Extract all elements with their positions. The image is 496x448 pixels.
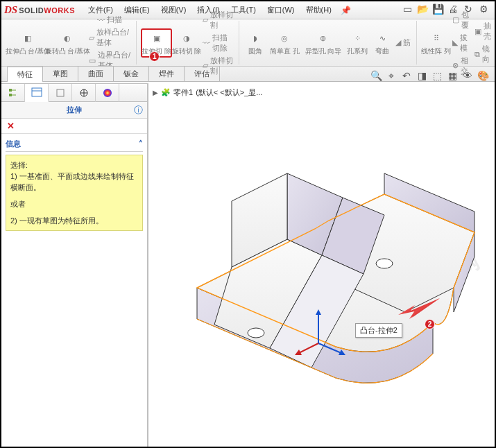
pm-close-icon[interactable]: ✕: [7, 121, 15, 131]
svg-rect-2: [32, 88, 42, 96]
breadcrumb-state: (默认< <默认>_显...: [196, 87, 262, 98]
cmd-loft-cut-1[interactable]: ▱放样切割: [201, 9, 234, 31]
chevron-up-icon: ˄: [139, 139, 143, 148]
lp-tab-configuration[interactable]: [49, 84, 72, 102]
breadcrumb-part-name: 零件1: [173, 87, 193, 98]
ribbon-group-features: ◗圆角 ◎简单直 孔 ⊚异型孔 向导 ⁘孔系列 ∿弯曲 ◢筋: [239, 21, 418, 64]
ribbon-group-pattern: ⠿线性阵 列 ▢包覆 ◣拔模 ⊗相交 ▣抽壳 ⧉镜向: [417, 21, 496, 64]
cmd-sweep-boss[interactable]: 〰扫描: [87, 14, 132, 26]
svg-point-5: [103, 89, 112, 97]
cmd-extrude-boss[interactable]: ◧拉伸凸 台/基体: [8, 30, 48, 56]
svg-point-6: [248, 328, 264, 338]
left-tabstrip: [1, 84, 147, 102]
lp-tab-feature-tree[interactable]: [1, 84, 25, 102]
tab-sheetmetal[interactable]: 钣金: [113, 66, 149, 81]
lp-tab-appearance[interactable]: [96, 84, 119, 102]
callout-badge-2: 2: [425, 319, 435, 329]
view-display-style-icon[interactable]: ▦: [446, 69, 459, 82]
qat-print-icon[interactable]: 🖨: [447, 3, 459, 15]
tab-weldment[interactable]: 焊件: [148, 66, 185, 81]
cmd-rib[interactable]: ◢筋: [394, 37, 412, 49]
svg-rect-3: [57, 89, 64, 96]
qat-options-icon[interactable]: ⚙: [478, 3, 489, 15]
callout-badge-1: 1: [149, 51, 160, 62]
menu-help[interactable]: 帮助(H): [301, 3, 336, 17]
cmd-shell[interactable]: ▣抽壳: [473, 20, 495, 42]
property-manager-panel: 拉伸 ⓘ ✕ 信息 ˄ 选择: 1) 一基准面、平面或边线来绘制特征横断面。 或…: [1, 83, 148, 447]
menu-window[interactable]: 窗口(W): [262, 3, 300, 17]
cmd-mirror[interactable]: ⧉镜向: [473, 43, 495, 65]
cmd-draft[interactable]: ◣拔模: [451, 32, 473, 54]
tab-features[interactable]: 特征: [7, 67, 43, 82]
pm-info-box: 选择: 1) 一基准面、平面或边线来绘制特征横断面。 或者 2) 一现有草图为特…: [6, 155, 143, 231]
logo-ds-icon: DS: [4, 4, 17, 16]
view-appearance-icon[interactable]: 🎨: [477, 69, 489, 82]
quick-access-toolbar: ▭ 📂 💾 🖨 ↻ ⚙: [402, 3, 489, 15]
cmd-linear-pattern[interactable]: ⠿线性阵 列: [421, 30, 451, 56]
qat-rebuild-icon[interactable]: ↻: [463, 3, 474, 15]
svg-rect-0: [9, 89, 12, 92]
svg-point-7: [376, 259, 393, 268]
cmd-revolve-boss[interactable]: ◐旋转凸 台/基体: [48, 30, 87, 56]
callout-arrow-2: [398, 298, 440, 318]
lp-tab-property-manager[interactable]: [25, 84, 49, 102]
view-zoom-fit-icon[interactable]: 🔍: [370, 69, 382, 82]
breadcrumb[interactable]: ▶ 🧩 零件1 (默认< <默认>_显...: [153, 87, 262, 98]
cmd-hole-series[interactable]: ⁘孔系列: [344, 30, 370, 56]
pm-title: 拉伸: [67, 105, 82, 115]
cmd-hole-wizard[interactable]: ⊚异型孔 向导: [302, 30, 345, 56]
view-hide-show-icon[interactable]: 👁: [461, 69, 474, 82]
model-view: [155, 104, 496, 448]
svg-marker-14: [398, 298, 440, 318]
tab-sketch[interactable]: 草图: [42, 66, 78, 81]
cmd-sweep-cut[interactable]: 〰扫描切除: [201, 32, 234, 54]
cmd-extrude-cut[interactable]: ▣拉伸切 除 1: [141, 28, 172, 58]
part-icon: 🧩: [161, 88, 171, 97]
menu-bar: DS SOLIDWORKS 文件(F) 编辑(E) 视图(V) 插入(I) 工具…: [1, 1, 495, 19]
app-logo: DS SOLIDWORKS: [4, 4, 75, 16]
pm-help-icon[interactable]: ⓘ: [134, 104, 143, 117]
menu-view[interactable]: 视图(V): [156, 3, 191, 17]
qat-save-icon[interactable]: 💾: [432, 3, 443, 15]
cmd-simple-hole[interactable]: ◎简单直 孔: [267, 30, 302, 56]
chevron-right-icon: ▶: [153, 89, 158, 96]
view-orientation-icon[interactable]: ⬚: [431, 69, 443, 82]
cmd-flex[interactable]: ∿弯曲: [370, 30, 394, 56]
pin-icon[interactable]: 📌: [341, 6, 351, 15]
qat-open-icon[interactable]: 📂: [417, 3, 428, 15]
graphics-area[interactable]: ▶ 🧩 零件1 (默认< <默认>_显... 软件自学网: [148, 83, 495, 447]
pm-section-header[interactable]: 信息 ˄: [6, 137, 143, 152]
view-heads-up-toolbar: 🔍 ⌖ ↶ ◨ ⬚ ▦ 👁 🎨: [370, 69, 489, 82]
ribbon-group-boss: ◧拉伸凸 台/基体 ◐旋转凸 台/基体 〰扫描 ▱放样凸台/基体 ▭边界凸台/基…: [4, 21, 137, 64]
cmd-revolve-cut[interactable]: ◑旋转切 除: [172, 30, 200, 56]
cmd-loft-boss[interactable]: ▱放样凸台/基体: [87, 26, 132, 49]
pm-close-row: ✕: [1, 119, 147, 134]
cmd-fillet[interactable]: ◗圆角: [243, 30, 267, 56]
ribbon-group-cut: ▣拉伸切 除 1 ◑旋转切 除 ▱放样切割 〰扫描切除 ▱放样切割: [137, 21, 239, 64]
lp-tab-dimxpert[interactable]: [72, 84, 96, 102]
view-previous-icon[interactable]: ↶: [400, 69, 413, 82]
tab-surface[interactable]: 曲面: [78, 66, 114, 81]
feature-tooltip: 凸台-拉伸2: [355, 323, 402, 338]
qat-new-icon[interactable]: ▭: [402, 3, 413, 15]
view-zoom-area-icon[interactable]: ⌖: [385, 69, 397, 82]
pm-title-bar: 拉伸 ⓘ: [1, 102, 147, 119]
ribbon: ◧拉伸凸 台/基体 ◐旋转凸 台/基体 〰扫描 ▱放样凸台/基体 ▭边界凸台/基…: [1, 19, 495, 67]
view-section-icon[interactable]: ◨: [416, 69, 428, 82]
cmd-loft-cut-2[interactable]: ▱放样切割: [201, 55, 234, 77]
svg-rect-1: [9, 94, 12, 96]
